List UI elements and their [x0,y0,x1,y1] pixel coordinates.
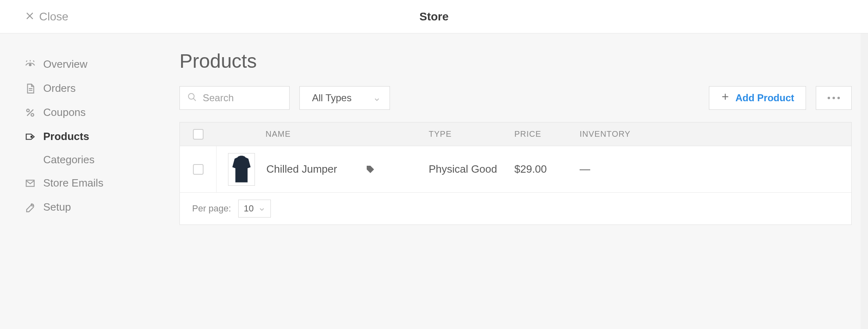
sidebar-item-label: Products [43,130,89,143]
per-page-select[interactable]: 10 [238,200,271,218]
table-footer: Per page: 10 [180,193,851,225]
products-table: NAME TYPE PRICE INVENTORY Chilled Jum [179,122,852,225]
toolbar: All Types Add Product [179,86,852,110]
sidebar-item-orders[interactable]: Orders [24,76,179,100]
table-row[interactable]: Chilled Jumper Physical Good $29.00 — [180,146,851,193]
product-type: Physical Good [429,163,514,176]
svg-point-2 [29,64,31,65]
product-inventory: — [580,163,661,176]
add-product-button[interactable]: Add Product [709,86,806,110]
svg-point-10 [31,204,33,206]
column-header-type[interactable]: TYPE [429,129,514,139]
sidebar-item-store-emails[interactable]: Store Emails [24,171,179,195]
table-header: NAME TYPE PRICE INVENTORY [180,122,851,146]
column-header-price[interactable]: PRICE [514,129,580,139]
svg-point-7 [31,113,34,116]
search-box[interactable] [179,86,290,110]
per-page-value: 10 [244,203,253,214]
type-filter-select[interactable]: All Types [299,86,390,110]
per-page-label: Per page: [192,203,231,214]
svg-point-8 [31,136,32,137]
sidebar-item-overview[interactable]: Overview [24,52,179,76]
sidebar-item-label: Overview [43,58,87,71]
sidebar-item-label: Setup [43,201,71,213]
column-header-inventory[interactable]: INVENTORY [580,129,661,139]
add-product-label: Add Product [735,92,794,104]
eye-icon [24,59,36,70]
dots-icon [828,97,830,99]
sidebar-subitem-categories[interactable]: Categories [24,149,179,171]
product-name: Chilled Jumper [266,163,337,176]
page-title: Products [179,50,852,72]
chevron-down-icon [258,205,266,212]
jumper-icon [230,155,253,184]
percent-icon [24,107,36,118]
plus-icon [721,92,730,104]
sidebar-item-label: Coupons [43,106,86,119]
select-all-checkbox[interactable] [193,129,204,140]
sidebar: Overview Orders Coupons [0,33,179,329]
column-header-name[interactable]: NAME [217,129,429,139]
main-content: Products All Types Add Product [179,33,868,329]
sidebar-item-label: Store Emails [43,177,103,189]
svg-line-5 [27,109,33,116]
search-input[interactable] [203,92,282,104]
product-price: $29.00 [514,163,580,176]
row-checkbox[interactable] [193,164,204,175]
tag-icon [24,131,36,142]
type-filter-label: All Types [312,92,352,104]
tag-indicator-icon [365,164,375,174]
header-bar: Close Store [0,0,868,33]
product-thumbnail[interactable] [228,153,255,186]
more-actions-button[interactable] [816,86,852,110]
sidebar-item-products[interactable]: Products [24,124,179,149]
search-icon [187,92,197,104]
close-button[interactable]: Close [25,10,69,23]
svg-point-6 [27,109,29,112]
sidebar-subitem-label: Categories [43,153,95,166]
document-icon [24,83,36,94]
svg-line-12 [193,98,196,101]
scrollbar-track[interactable] [861,33,868,329]
sidebar-item-label: Orders [43,82,75,95]
chevron-down-icon [373,94,381,102]
mail-icon [24,178,36,189]
wrench-icon [24,202,36,213]
sidebar-item-coupons[interactable]: Coupons [24,100,179,124]
close-icon [25,10,34,23]
close-label: Close [39,10,69,23]
header-title: Store [419,10,449,23]
svg-point-11 [188,93,194,99]
sidebar-item-setup[interactable]: Setup [24,195,179,219]
